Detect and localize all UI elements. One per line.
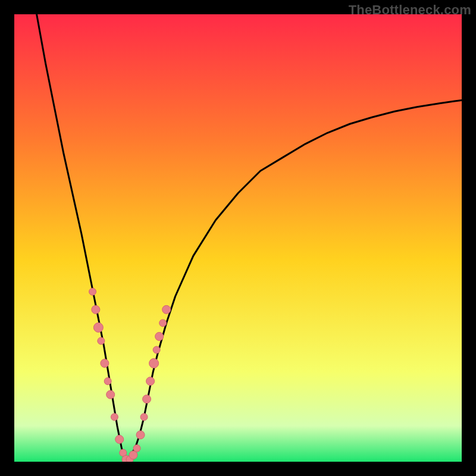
chart-frame: [14, 14, 462, 462]
data-marker: [92, 305, 100, 314]
data-marker: [93, 322, 103, 332]
data-marker: [153, 346, 160, 353]
data-marker: [89, 288, 96, 295]
data-marker: [143, 395, 151, 403]
bottleneck-chart: [14, 14, 462, 462]
data-marker: [111, 414, 118, 421]
data-marker: [107, 390, 115, 399]
data-marker: [149, 359, 159, 368]
watermark-text: TheBottleneck.com: [349, 2, 471, 18]
data-marker: [104, 378, 111, 385]
data-marker: [133, 444, 140, 452]
data-marker: [136, 431, 145, 439]
data-marker: [140, 414, 148, 421]
data-marker: [115, 435, 124, 443]
data-marker: [159, 320, 167, 327]
data-marker: [162, 305, 171, 314]
data-marker: [101, 359, 109, 368]
data-marker: [155, 332, 164, 340]
data-marker: [98, 337, 105, 345]
data-marker: [146, 377, 155, 386]
